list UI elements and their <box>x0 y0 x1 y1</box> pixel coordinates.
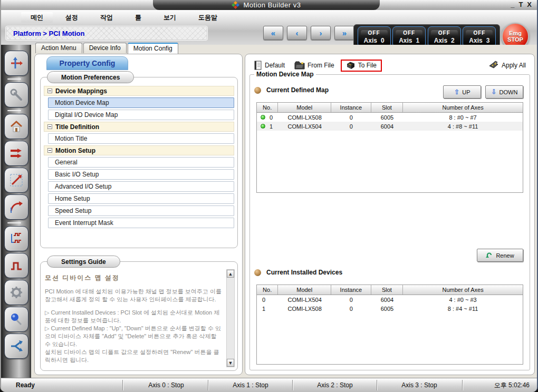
up-arrow-icon: ⇧ <box>454 88 459 96</box>
guide-scrollbar[interactable]: ▲ ▼ <box>226 269 235 367</box>
axis-2-servo-button[interactable]: OFF Axis2 <box>428 26 461 47</box>
sidebar-tab-gear[interactable] <box>4 280 28 305</box>
tree-item-home-setup[interactable]: Home Setup <box>48 193 234 204</box>
tree-group-label: Device Mappings <box>55 87 107 95</box>
linear-move-icon <box>9 173 23 187</box>
axis-3-label: Axis3 <box>469 37 489 44</box>
tree-group-label: Title Definition <box>55 123 99 131</box>
tab-action-menu[interactable]: Action Menu <box>35 43 82 53</box>
minimize-button[interactable]: _ <box>511 1 514 8</box>
menu-settings[interactable]: 설정 <box>56 12 88 23</box>
defined-map-table[interactable]: No. Model Instance Slot Number of Axes 0… <box>256 102 523 193</box>
defined-map-header: Current Defined Map <box>254 86 329 94</box>
tray-button[interactable]: T <box>518 1 523 8</box>
default-button[interactable]: Default <box>251 60 288 71</box>
jog-move-icon <box>9 146 23 160</box>
sidebar-tab-pulse-signal[interactable] <box>4 253 28 278</box>
collapse-icon[interactable] <box>47 148 52 153</box>
sidebar-tab-trace-ball[interactable] <box>4 307 28 332</box>
apply-all-button[interactable]: Apply All <box>485 60 529 71</box>
default-document-icon <box>254 61 262 70</box>
tree-item-motion-device-map[interactable]: Motion Device Map <box>48 97 234 108</box>
installed-devices-label: Current Installed Devices <box>266 269 342 276</box>
tree-item-motion-title[interactable]: Motion Title <box>48 133 234 144</box>
sidebar-tab-tool-config[interactable] <box>4 82 28 107</box>
tree-item-advanced-io-setup[interactable]: Advanced I/O Setup <box>48 181 234 192</box>
menu-view[interactable]: 보기 <box>154 12 186 23</box>
sidebar-tab-io-pulse[interactable] <box>4 226 28 251</box>
axis-setup-icon <box>9 56 23 70</box>
scroll-up-icon[interactable]: ▲ <box>227 270 234 278</box>
table-row[interactable]: 1 COMI-LX504 0 6004 4 : #8 ~ #11 <box>257 122 523 131</box>
axis-3-state: OFF <box>466 30 493 36</box>
col-no: No. <box>257 103 278 112</box>
down-arrow-icon: ⇩ <box>491 88 497 96</box>
menu-work[interactable]: 작업 <box>91 12 122 23</box>
property-config-panel: Property Config Motion Preferences Devic… <box>34 54 243 375</box>
tree-item-basic-io-setup[interactable]: Basic I/O Setup <box>48 169 234 180</box>
collapse-icon[interactable] <box>47 89 52 93</box>
installed-devices-table[interactable]: No. Model Instance Slot Number of Axes 0… <box>256 285 523 365</box>
tree-item-general[interactable]: General <box>48 157 234 168</box>
col-axes: Number of Axes <box>403 285 523 295</box>
status-axis-1: Axis 1 : Stop <box>209 378 292 392</box>
io-pulse-icon <box>9 232 23 246</box>
defined-map-label: Current Defined Map <box>266 86 329 94</box>
tree-item-digital-io-device-map[interactable]: Digital I/O Device Map <box>48 110 234 120</box>
down-button[interactable]: ⇩ DOWN <box>485 85 523 99</box>
renew-button[interactable]: Renew <box>477 249 523 262</box>
sidebar-tab-axis-setup[interactable] <box>4 51 28 76</box>
tab-motion-config[interactable]: Motion Config <box>128 43 178 54</box>
menu-main[interactable]: 메인 <box>21 12 53 23</box>
down-label: DOWN <box>499 89 518 95</box>
status-divider <box>122 380 123 391</box>
tab-device-info[interactable]: Device Info <box>83 43 127 53</box>
menu-tools[interactable]: 툴 <box>126 12 151 23</box>
apply-all-stamp-icon <box>488 61 499 70</box>
from-file-folder-icon <box>294 61 305 70</box>
tree-item-event-interrupt-mask[interactable]: Event Interrupt Mask <box>48 218 234 228</box>
sidebar-tab-branch-io[interactable] <box>4 334 28 359</box>
motion-preferences-pill: Motion Preferences <box>47 71 134 83</box>
from-file-button[interactable]: From File <box>291 60 338 71</box>
close-button[interactable]: X <box>527 1 532 8</box>
tree-group-title-definition[interactable]: Title Definition <box>44 122 234 132</box>
axis-1-label: Axis1 <box>399 37 419 44</box>
sidebar-tab-jog-move[interactable] <box>4 141 28 166</box>
col-instance: Instance <box>331 285 371 295</box>
tab-row: Action Menu Device Info Motion Config <box>35 43 179 54</box>
table-row[interactable]: 0 COMI-LX504 0 6004 4 : #0 ~ #3 <box>257 295 523 304</box>
settings-guide-label: Settings Guide <box>61 258 106 266</box>
emg-line1: Emg <box>509 30 522 36</box>
axis-0-servo-button[interactable]: OFF Axis0 <box>358 26 391 47</box>
nav-last-button[interactable]: » <box>334 26 354 40</box>
nav-next-button[interactable]: › <box>311 26 331 40</box>
axis-0-label: Axis0 <box>364 37 385 44</box>
sidebar <box>1 45 31 378</box>
menu-help[interactable]: 도움말 <box>189 12 227 23</box>
renew-icon <box>486 252 493 259</box>
sidebar-separator <box>7 79 21 80</box>
axis-1-servo-button[interactable]: OFF Axis1 <box>392 26 426 47</box>
property-config-header: Property Config <box>46 56 128 70</box>
nav-first-button[interactable]: « <box>263 26 283 40</box>
to-file-button[interactable]: To File <box>341 60 382 72</box>
settings-guide-box: Settings Guide 모션 디바이스 맵 설정 PCI Motion 에… <box>40 261 238 371</box>
tree-group-motion-setup[interactable]: Motion Setup <box>44 145 234 155</box>
sidebar-tab-arc-move[interactable] <box>4 194 28 220</box>
status-green-icon <box>261 124 265 129</box>
scroll-down-icon[interactable]: ▼ <box>227 359 234 367</box>
axis-1-state: OFF <box>396 30 422 36</box>
nav-prev-button[interactable]: ‹ <box>287 26 307 40</box>
guide-paragraph: PCI Motion 에 대해 설치된 이용가능한 채널 맵 정보를 보여주고 … <box>45 288 224 303</box>
up-button[interactable]: ⇧ UP <box>443 85 481 99</box>
sidebar-tab-linear-move[interactable] <box>4 168 28 193</box>
tree-item-speed-setup[interactable]: Speed Setup <box>48 205 234 216</box>
sidebar-tab-home[interactable] <box>4 114 28 139</box>
table-row[interactable]: 1 COMI-LX508 0 6005 8 : #4 ~ #11 <box>257 304 523 313</box>
arc-move-icon <box>9 200 23 214</box>
axis-3-servo-button[interactable]: OFF Axis3 <box>463 26 496 47</box>
collapse-icon[interactable] <box>47 124 52 129</box>
table-row[interactable]: 0 COMI-LX508 0 6005 8 : #0 ~ #7 <box>257 113 523 122</box>
tree-group-device-mappings[interactable]: Device Mappings <box>44 86 234 96</box>
